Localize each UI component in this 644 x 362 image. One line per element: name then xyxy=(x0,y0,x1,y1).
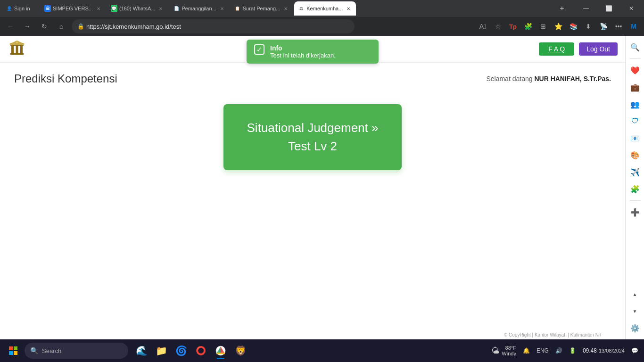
close-button[interactable]: ✕ xyxy=(620,1,642,16)
svg-rect-4 xyxy=(20,46,23,53)
tab-bar-actions: + xyxy=(555,2,572,15)
search-sidebar-icon[interactable]: 🔍 xyxy=(627,40,643,55)
taskbar: 🔍 Search 🌊 📁 🌀 ⭕ 🦁 xyxy=(0,339,644,362)
weather-icon: 🌤 xyxy=(491,346,500,356)
copyright-text: © CopyRight | Kantor Wilayah | Kalimanta… xyxy=(504,332,602,337)
start-button[interactable] xyxy=(4,341,23,360)
refresh-button[interactable]: ↻ xyxy=(38,20,51,33)
page-main: Prediksi Kompetensi Selamat datang NUR H… xyxy=(0,63,625,180)
search-placeholder: Search xyxy=(42,347,61,354)
svg-rect-3 xyxy=(16,46,18,53)
sjt-card[interactable]: Situational Judgement » Test Lv 2 xyxy=(223,104,402,170)
welcome-message: Selamat datang NUR HANIFAH, S.Tr.Pas. xyxy=(486,75,611,82)
split-screen-icon[interactable]: ⊞ xyxy=(537,20,550,33)
telegram-sidebar-icon[interactable]: ✈️ xyxy=(627,165,643,180)
logout-button[interactable]: Log Out xyxy=(579,42,618,56)
address-bar: ← → ↻ ⌂ 🔒 https://sjt.kemenkumham.go.id/… xyxy=(0,17,644,36)
tab-close-kemenkumham[interactable]: ✕ xyxy=(345,5,352,12)
settings-sidebar-icon[interactable]: ⚙️ xyxy=(627,321,643,336)
shopping-sidebar-icon[interactable]: 💼 xyxy=(627,80,643,95)
network-icon[interactable]: 🔔 xyxy=(521,346,532,355)
info-check-icon: ✓ xyxy=(254,44,264,55)
wifi-icon: 🔔 xyxy=(523,347,530,354)
tab-icon-surat: 📋 xyxy=(234,5,241,12)
file-explorer-taskbar-icon[interactable]: 📁 xyxy=(152,341,171,360)
tab-surat[interactable]: 📋 Surat Pemang... ✕ xyxy=(231,1,294,16)
edge-icon-header[interactable]: M xyxy=(627,20,640,33)
tab-icon-whatsapp: 💬 xyxy=(111,5,117,12)
weather-desc: Windy xyxy=(502,351,516,356)
page-content: ✓ Info Test ini telah dikerjakan. F A Q … xyxy=(0,36,625,339)
date-display: 13/08/2024 xyxy=(599,348,625,354)
scroll-up-icon[interactable]: ▲ xyxy=(627,287,643,302)
forward-button[interactable]: → xyxy=(21,20,34,33)
chrome-taskbar-icon[interactable] xyxy=(211,341,230,360)
site-header: ✓ Info Test ini telah dikerjakan. F A Q … xyxy=(0,36,625,63)
tab-close-pemanggilan1[interactable]: ✕ xyxy=(218,5,226,12)
edge-taskbar-icon[interactable]: 🌀 xyxy=(172,341,190,360)
site-header-right: F A Q Log Out xyxy=(539,42,618,56)
read-aloud-icon[interactable]: A⃣ xyxy=(476,20,489,33)
time-display: 09.48 xyxy=(583,347,597,354)
tab-bar: 👤 Sign in 🏛 SIMPEG VERS... ✕ 💬 (160) Wha… xyxy=(0,0,644,17)
favorites-sidebar-icon[interactable]: ❤️ xyxy=(627,63,643,78)
new-tab-button[interactable]: + xyxy=(555,2,569,15)
language-indicator: ENG xyxy=(537,347,549,354)
sjt-card-subtitle: Test Lv 2 xyxy=(288,139,337,154)
minimize-button[interactable]: — xyxy=(575,1,597,16)
tab-close-whatsapp[interactable]: ✕ xyxy=(157,5,165,12)
tab-close-simpeg[interactable]: ✕ xyxy=(95,5,102,12)
taskbar-apps: 🌊 📁 🌀 ⭕ 🦁 xyxy=(132,341,250,360)
scroll-down-icon[interactable]: ▼ xyxy=(627,304,643,319)
favorites-icon[interactable]: ☆ xyxy=(491,20,504,33)
tp-icon[interactable]: Tp xyxy=(506,20,520,33)
tab-simpeg[interactable]: 🏛 SIMPEG VERS... ✕ xyxy=(41,1,106,16)
add-sidebar-button[interactable]: ➕ xyxy=(627,205,643,220)
extensions-icon[interactable]: 🧩 xyxy=(521,20,535,33)
download-icon[interactable]: ⬇ xyxy=(582,20,595,33)
outlook-sidebar-icon[interactable]: 📧 xyxy=(627,131,643,146)
page-title-row: Prediksi Kompetensi Selamat datang NUR H… xyxy=(14,72,611,85)
battery-icon[interactable]: 🔋 xyxy=(567,346,578,355)
more-icon[interactable]: ••• xyxy=(612,20,625,33)
clock[interactable]: 09.48 13/08/2024 xyxy=(581,346,627,355)
cortana-taskbar-icon[interactable]: 🌊 xyxy=(132,341,151,360)
weather-temp: 88°F xyxy=(505,345,516,351)
right-sidebar: 🔍 ❤️ 💼 👥 🛡 📧 🎨 ✈️ 🧩 ➕ ▲ ▼ ⚙️ xyxy=(625,36,644,339)
back-button[interactable]: ← xyxy=(4,20,17,33)
weather-widget[interactable]: 🌤 88°F Windy xyxy=(489,344,518,357)
speaker-icon: 🔊 xyxy=(555,347,562,354)
system-tray[interactable]: ENG xyxy=(535,346,551,355)
share-icon[interactable]: 📡 xyxy=(597,20,610,33)
faq-button[interactable]: F A Q xyxy=(539,42,574,56)
notification-icon: 💬 xyxy=(631,347,638,354)
tab-whatsapp[interactable]: 💬 (160) WhatsA... ✕ xyxy=(107,1,168,16)
maximize-button[interactable]: ⬜ xyxy=(598,1,619,16)
paint-sidebar-icon[interactable]: 🎨 xyxy=(627,148,643,163)
volume-icon[interactable]: 🔊 xyxy=(553,346,564,355)
taskbar-search[interactable]: 🔍 Search xyxy=(25,343,128,359)
favorites-icon2[interactable]: ⭐ xyxy=(552,20,565,33)
battery-indicator: 🔋 xyxy=(569,347,576,354)
tab-signin[interactable]: 👤 Sign in xyxy=(2,1,40,16)
svg-rect-9 xyxy=(14,346,17,350)
address-input[interactable]: 🔒 https://sjt.kemenkumham.go.id/test xyxy=(72,19,355,33)
svg-rect-5 xyxy=(10,53,24,55)
tab-pemanggilan1[interactable]: 📄 Pemanggilan... ✕ xyxy=(169,1,229,16)
tab-kemenkumham[interactable]: ⚖ Kemenkumha... ✕ xyxy=(294,1,356,16)
home-button[interactable]: ⌂ xyxy=(55,20,68,33)
page-title: Prediksi Kompetensi xyxy=(14,72,117,85)
tab-close-surat[interactable]: ✕ xyxy=(282,5,289,12)
edge-sidebar-icon[interactable]: 🛡 xyxy=(627,114,643,129)
sidebar-divider-2 xyxy=(629,200,641,201)
brave-taskbar-icon[interactable]: 🦁 xyxy=(231,341,250,360)
collections-icon[interactable]: 📚 xyxy=(567,20,580,33)
logo-icon xyxy=(8,41,25,58)
notification-center[interactable]: 💬 xyxy=(629,346,640,355)
puzzle-sidebar-icon[interactable]: 🧩 xyxy=(627,181,643,197)
opera-taskbar-icon[interactable]: ⭕ xyxy=(191,341,210,360)
tab-icon-signin: 👤 xyxy=(6,5,12,12)
windows-logo-icon xyxy=(8,346,18,355)
window-controls: — ⬜ ✕ xyxy=(575,1,642,16)
profile-sidebar-icon[interactable]: 👥 xyxy=(627,97,643,112)
